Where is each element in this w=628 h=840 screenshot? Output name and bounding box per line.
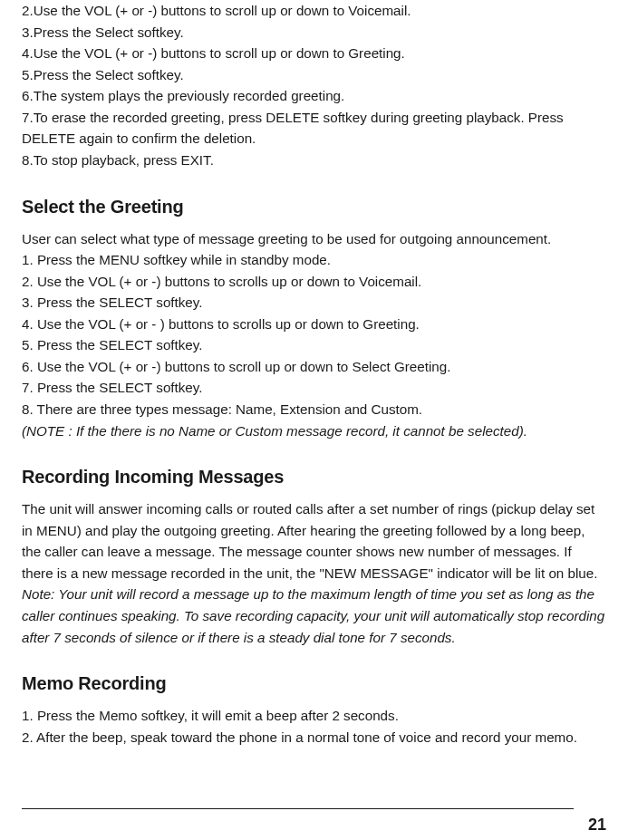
- sg-step-8: 8. There are three types message: Name, …: [22, 399, 606, 420]
- sg-step-5: 5. Press the SELECT softkey.: [22, 334, 606, 356]
- sg-step-1: 1. Press the MENU softkey while in stand…: [22, 249, 606, 271]
- top-steps-block: 2.Use the VOL (+ or -) buttons to scroll…: [22, 0, 606, 171]
- recording-incoming-note: Note: Your unit will record a message up…: [22, 584, 606, 648]
- recording-incoming-block: The unit will answer incoming calls or r…: [22, 498, 606, 648]
- sg-step-4: 4. Use the VOL (+ or - ) buttons to scro…: [22, 314, 606, 335]
- step-2: 2.Use the VOL (+ or -) buttons to scroll…: [22, 0, 606, 22]
- sg-step-6: 6. Use the VOL (+ or -) buttons to scrol…: [22, 356, 606, 378]
- page-number: 21: [588, 816, 606, 835]
- select-greeting-intro: User can select what type of message gre…: [22, 228, 606, 250]
- select-greeting-title: Select the Greeting: [22, 193, 606, 221]
- memo-step-1: 1. Press the Memo softkey, it will emit …: [22, 705, 606, 727]
- step-4: 4.Use the VOL (+ or -) buttons to scroll…: [22, 43, 606, 64]
- sg-step-2: 2. Use the VOL (+ or -) buttons to scrol…: [22, 271, 606, 293]
- memo-recording-title: Memo Recording: [22, 670, 606, 698]
- recording-incoming-title: Recording Incoming Messages: [22, 463, 606, 491]
- step-6: 6.The system plays the previously record…: [22, 85, 606, 107]
- footer-divider: [22, 808, 574, 810]
- select-greeting-block: User can select what type of message gre…: [22, 228, 606, 442]
- step-7: 7.To erase the recorded greeting, press …: [22, 107, 606, 150]
- memo-step-2: 2. After the beep, speak toward the phon…: [22, 727, 606, 748]
- step-8: 8.To stop playback, press EXIT.: [22, 150, 606, 171]
- sg-note: (NOTE : If the there is no Name or Custo…: [22, 420, 606, 442]
- recording-incoming-body: The unit will answer incoming calls or r…: [22, 498, 606, 584]
- sg-step-7: 7. Press the SELECT softkey.: [22, 377, 606, 399]
- step-3: 3.Press the Select softkey.: [22, 22, 606, 43]
- sg-step-3: 3. Press the SELECT softkey.: [22, 292, 606, 314]
- memo-recording-block: 1. Press the Memo softkey, it will emit …: [22, 705, 606, 748]
- step-5: 5.Press the Select softkey.: [22, 64, 606, 86]
